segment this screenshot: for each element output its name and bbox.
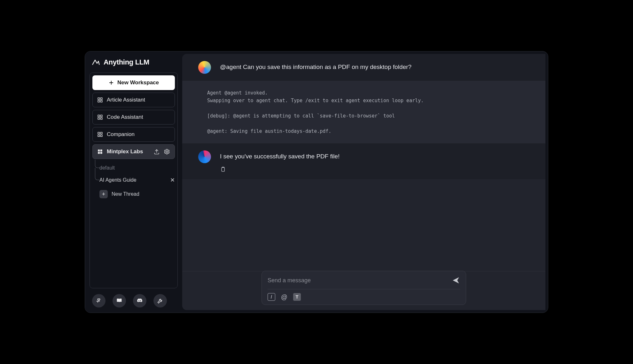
message-input-box[interactable]: Send a message / @ T <box>262 271 466 305</box>
workspace-item-article-assistant[interactable]: Article Assistant <box>92 93 175 107</box>
send-icon <box>452 276 460 284</box>
hand-heart-icon <box>96 298 102 304</box>
user-message: @agent Can you save this information as … <box>182 54 545 81</box>
workspace-item-mintplex-labs[interactable]: Mintplex Labs <box>92 144 175 159</box>
agent-log: Agent @agent invoked. Swapping over to a… <box>182 81 545 143</box>
svg-rect-4 <box>98 115 99 117</box>
chat-spacer <box>182 179 545 271</box>
svg-rect-7 <box>101 118 102 119</box>
thread-item-default[interactable]: default <box>99 162 175 174</box>
settings-button[interactable] <box>153 294 167 307</box>
gear-icon[interactable] <box>164 148 170 155</box>
workspace-label: Mintplex Labs <box>107 148 143 155</box>
app-logo: Anything LLM <box>90 56 178 70</box>
svg-rect-9 <box>101 132 102 134</box>
assistant-message: I see you've successfully saved the PDF … <box>182 143 545 179</box>
svg-rect-17 <box>222 167 224 171</box>
svg-rect-13 <box>100 149 102 151</box>
agent-log-text: Agent @agent invoked. Swapping over to a… <box>207 89 424 135</box>
assistant-avatar <box>198 150 211 163</box>
sidebar-panel: New Workspace Article Assistant Code Ass… <box>90 72 178 288</box>
discord-button[interactable] <box>133 294 146 307</box>
logo-icon <box>91 58 100 67</box>
docs-button[interactable] <box>113 294 126 307</box>
svg-rect-12 <box>98 149 100 151</box>
svg-rect-2 <box>98 101 99 102</box>
wrench-icon <box>157 298 163 304</box>
workspace-label: Article Assistant <box>107 97 145 103</box>
user-message-text: @agent Can you save this information as … <box>220 61 411 71</box>
slash-command-button[interactable]: / <box>268 293 275 301</box>
plus-icon: + <box>99 190 108 198</box>
clipboard-icon[interactable] <box>220 166 226 172</box>
thread-label: AI Agents Guide <box>99 177 167 183</box>
svg-rect-6 <box>98 118 99 119</box>
plus-icon <box>108 80 114 86</box>
thread-list: default AI Agents Guide ✕ + New Thread <box>92 162 175 201</box>
user-avatar <box>198 61 211 74</box>
grid-icon <box>97 114 103 120</box>
new-thread-button[interactable]: + New Thread <box>99 188 175 201</box>
send-button[interactable] <box>452 276 460 284</box>
grid-icon <box>97 132 103 137</box>
tree-connector-icon <box>95 168 99 180</box>
workspace-item-code-assistant[interactable]: Code Assistant <box>92 110 175 125</box>
svg-rect-5 <box>101 115 102 117</box>
thread-label: default <box>99 165 175 171</box>
new-thread-label: New Thread <box>112 191 139 197</box>
input-toolbar: / @ T <box>268 289 460 301</box>
sidebar: Anything LLM New Workspace Article Assis… <box>85 51 182 313</box>
support-button[interactable] <box>92 294 106 307</box>
message-input[interactable]: Send a message <box>268 277 448 284</box>
svg-rect-14 <box>98 152 100 154</box>
svg-point-16 <box>166 151 168 153</box>
mention-button[interactable]: @ <box>280 293 288 301</box>
workspace-item-companion[interactable]: Companion <box>92 127 175 142</box>
chat-main: @agent Can you save this information as … <box>182 54 545 310</box>
svg-rect-0 <box>98 98 99 99</box>
grid-icon <box>97 149 103 155</box>
tree-connector-icon <box>95 160 99 168</box>
svg-rect-8 <box>98 132 99 134</box>
workspace-label: Code Assistant <box>107 114 143 120</box>
close-icon[interactable]: ✕ <box>170 177 175 184</box>
text-size-button[interactable]: T <box>293 293 301 301</box>
thread-item-ai-agents-guide[interactable]: AI Agents Guide ✕ <box>99 174 175 186</box>
svg-rect-10 <box>98 135 99 137</box>
svg-rect-15 <box>100 152 102 154</box>
workspace-label: Companion <box>107 131 135 138</box>
app-frame: Anything LLM New Workspace Article Assis… <box>85 51 548 313</box>
svg-rect-3 <box>101 101 102 102</box>
upload-icon[interactable] <box>153 148 160 155</box>
svg-rect-11 <box>101 135 102 137</box>
book-icon <box>116 298 122 304</box>
grid-icon <box>97 97 103 103</box>
assistant-message-text: I see you've successfully saved the PDF … <box>220 150 340 161</box>
app-title: Anything LLM <box>104 58 149 66</box>
new-workspace-label: New Workspace <box>117 80 159 86</box>
sidebar-footer <box>90 291 178 308</box>
svg-rect-1 <box>101 98 102 99</box>
input-area: Send a message / @ T <box>182 271 545 310</box>
new-workspace-button[interactable]: New Workspace <box>92 75 175 90</box>
discord-icon <box>137 298 143 304</box>
